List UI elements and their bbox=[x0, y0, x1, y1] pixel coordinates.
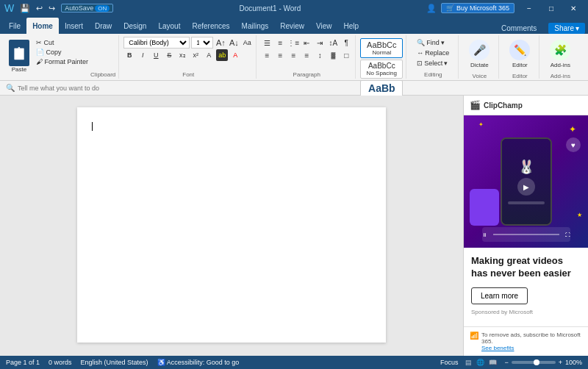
clipchamp-logo: 🎬 bbox=[470, 100, 481, 110]
style-normal[interactable]: AaBbCc Normal bbox=[360, 38, 403, 58]
highlight-color-button[interactable]: ab bbox=[216, 49, 228, 61]
find-button[interactable]: 🔍 Find ▾ bbox=[414, 38, 452, 47]
tab-home[interactable]: Home bbox=[26, 18, 59, 34]
tab-layout[interactable]: Layout bbox=[152, 18, 186, 34]
increase-indent-button[interactable]: ⇥ bbox=[314, 37, 326, 49]
cut-button[interactable]: ✂ Cut bbox=[34, 38, 90, 47]
save-icon[interactable]: 💾 bbox=[18, 4, 32, 13]
decrease-indent-button[interactable]: ⇤ bbox=[301, 37, 312, 49]
justify-button[interactable]: ≡ bbox=[301, 49, 312, 61]
align-left-button[interactable]: ≡ bbox=[261, 49, 273, 61]
bold-button[interactable]: B bbox=[123, 49, 135, 61]
zoom-level[interactable]: 100% bbox=[565, 359, 582, 366]
tab-review[interactable]: Review bbox=[274, 18, 310, 34]
select-icon: ⊡ bbox=[417, 60, 423, 67]
line-spacing-button[interactable]: ↕ bbox=[314, 49, 326, 61]
zoom-out-icon[interactable]: − bbox=[504, 359, 508, 366]
tab-insert[interactable]: Insert bbox=[59, 18, 89, 34]
numbering-button[interactable]: ≡ bbox=[274, 37, 286, 49]
quick-access-toolbar: 💾 ↩ ↪ bbox=[18, 4, 57, 13]
align-right-button[interactable]: ≡ bbox=[287, 49, 299, 61]
tab-references[interactable]: References bbox=[186, 18, 235, 34]
focus-label[interactable]: Focus bbox=[440, 359, 459, 366]
tab-mailings[interactable]: Mailings bbox=[236, 18, 275, 34]
borders-button[interactable]: □ bbox=[340, 49, 352, 61]
multilevel-list-button[interactable]: ⋮≡ bbox=[287, 37, 299, 49]
word-count: 0 words bbox=[49, 359, 72, 366]
close-button[interactable]: ✕ bbox=[563, 3, 584, 13]
font-color-button[interactable]: A bbox=[229, 49, 241, 61]
change-case-button[interactable]: Aa bbox=[241, 37, 253, 49]
ad-header: 🎬 ClipChamp bbox=[464, 96, 588, 115]
document-area[interactable] bbox=[0, 96, 463, 356]
bullets-button[interactable]: ☰ bbox=[261, 37, 273, 49]
zoom-slider[interactable] bbox=[512, 361, 556, 364]
voice-label: Voice bbox=[473, 73, 487, 80]
addins-icon: 🧩 bbox=[550, 40, 570, 60]
shrink-font-button[interactable]: A↓ bbox=[228, 37, 240, 49]
grow-font-button[interactable]: A↑ bbox=[215, 37, 226, 49]
tab-file[interactable]: File bbox=[3, 18, 26, 34]
format-painter-button[interactable]: 🖌 Format Painter bbox=[34, 57, 90, 66]
font-size-select[interactable]: 11 8910121416 bbox=[191, 37, 213, 49]
tab-help[interactable]: Help bbox=[338, 18, 365, 34]
align-center-button[interactable]: ≡ bbox=[274, 49, 286, 61]
editor-label: Editor bbox=[512, 62, 528, 68]
print-layout-button[interactable]: ▤ bbox=[464, 359, 473, 366]
find-dropdown[interactable]: ▾ bbox=[441, 39, 445, 46]
addins-controls: 🧩 Add-ins bbox=[544, 35, 576, 73]
addins-label: Add-ins bbox=[551, 62, 570, 68]
profile-icon[interactable]: 👤 bbox=[426, 4, 437, 13]
autosave-state[interactable]: ON bbox=[95, 5, 110, 12]
editor-button[interactable]: ✏️ Editor bbox=[506, 38, 533, 70]
addins-button[interactable]: 🧩 Add-ins bbox=[547, 38, 573, 70]
minimize-button[interactable]: − bbox=[519, 3, 539, 13]
sort-button[interactable]: ↕A bbox=[327, 37, 339, 49]
tab-draw[interactable]: Draw bbox=[89, 18, 118, 34]
ad-image: ✦ ✦ ★ 🐰 ▶ ♥ ⏸ bbox=[464, 115, 588, 248]
redo-icon[interactable]: ↪ bbox=[47, 4, 57, 13]
paste-icon bbox=[9, 40, 29, 66]
select-button[interactable]: ⊡ Select ▾ bbox=[414, 59, 452, 68]
voice-controls: 🎤 Dictate bbox=[463, 35, 495, 73]
dictate-button[interactable]: 🎤 Dictate bbox=[466, 38, 492, 70]
superscript-button[interactable]: x² bbox=[190, 49, 201, 61]
font-name-select[interactable]: Calibri (Body) bbox=[123, 37, 190, 49]
underline-button[interactable]: U bbox=[150, 49, 162, 61]
view-buttons: ▤ 🌐 📖 bbox=[464, 359, 498, 366]
buy-button[interactable]: 🛒 Buy Microsoft 365 bbox=[441, 3, 514, 13]
read-mode-button[interactable]: 📖 bbox=[487, 359, 498, 366]
editing-controls: 🔍 Find ▾ ↔ Replace ⊡ Select ▾ bbox=[411, 35, 455, 71]
text-effects-button[interactable]: A bbox=[203, 49, 215, 61]
select-dropdown[interactable]: ▾ bbox=[444, 60, 448, 67]
learn-more-button[interactable]: Learn more bbox=[471, 287, 528, 304]
tell-me-input[interactable] bbox=[18, 85, 582, 92]
zoom-controls: − + 100% bbox=[504, 359, 582, 366]
show-formatting-button[interactable]: ¶ bbox=[340, 37, 352, 49]
progress-bar bbox=[508, 201, 545, 204]
document-page[interactable] bbox=[77, 107, 386, 343]
undo-icon[interactable]: ↩ bbox=[35, 4, 44, 13]
shading-button[interactable]: ▓ bbox=[327, 49, 339, 61]
subscript-button[interactable]: x₂ bbox=[176, 49, 188, 61]
tab-view[interactable]: View bbox=[310, 18, 338, 34]
tell-me-bar: 🔍 bbox=[0, 81, 588, 96]
zoom-in-icon[interactable]: + bbox=[559, 359, 562, 366]
see-benefits-link[interactable]: See benefits bbox=[481, 345, 514, 351]
clipboard-label: Clipboard bbox=[90, 71, 115, 79]
tab-design[interactable]: Design bbox=[118, 18, 152, 34]
paste-button[interactable]: Paste bbox=[6, 38, 32, 74]
copy-button[interactable]: 📄 Copy bbox=[34, 48, 90, 57]
style-no-spacing[interactable]: AaBbCc No Spacing bbox=[360, 60, 403, 79]
paste-label: Paste bbox=[12, 66, 26, 73]
italic-button[interactable]: I bbox=[137, 49, 148, 61]
addins-group: 🧩 Add-ins Add-ins bbox=[541, 35, 579, 79]
strikethrough-button[interactable]: S bbox=[163, 49, 175, 61]
web-layout-button[interactable]: 🌐 bbox=[475, 359, 486, 366]
comments-button[interactable]: Comments bbox=[495, 23, 542, 34]
autosave-badge: AutoSave ON bbox=[61, 4, 113, 12]
restore-button[interactable]: □ bbox=[541, 3, 562, 13]
replace-button[interactable]: ↔ Replace bbox=[414, 49, 452, 57]
share-button[interactable]: Share ▾ bbox=[548, 23, 585, 34]
accessibility-text: Accessibility: Good to go bbox=[167, 359, 240, 366]
